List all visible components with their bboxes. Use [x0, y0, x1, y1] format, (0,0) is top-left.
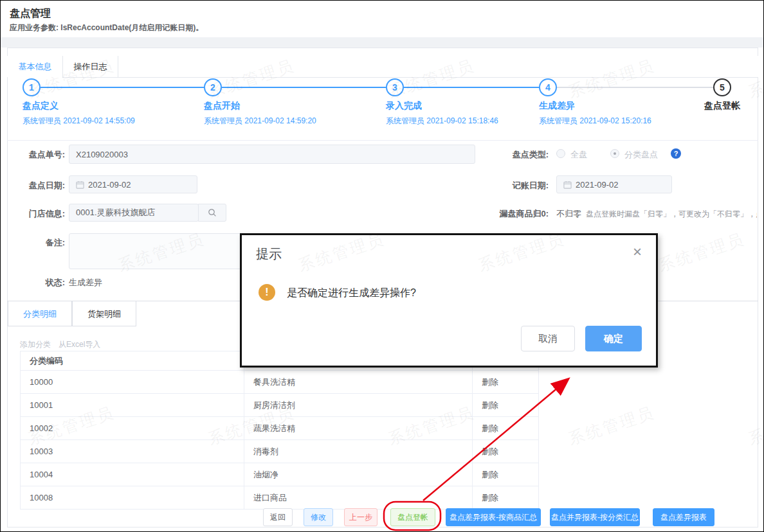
store-label: 门店信息:: [6, 208, 65, 220]
cell-name: 进口商品: [244, 486, 473, 510]
radio-category-check-label: 分类盘点: [624, 149, 658, 161]
step-5-label: 盘点登帐: [704, 100, 740, 112]
header-separator: [1, 37, 764, 48]
cell-code: 10002: [21, 417, 244, 440]
tab-operation-log[interactable]: 操作日志: [63, 56, 118, 78]
table-row: 10008 进口商品 删除: [21, 486, 539, 510]
step-3-label: 录入完成: [386, 100, 422, 112]
status-value: 生成差异: [69, 277, 102, 288]
search-icon: [208, 208, 217, 217]
step-4-meta: 系统管理员 2021-09-02 15:20:16: [539, 116, 651, 127]
confirm-button[interactable]: 确定: [585, 326, 642, 351]
step-5-circle: 5: [713, 78, 731, 96]
step-4-label: 生成差异: [539, 100, 575, 112]
section-divider: [7, 140, 758, 141]
step-3-meta: 系统管理员 2021-09-02 15:18:46: [386, 116, 498, 127]
tab-category-detail[interactable]: 分类明细: [8, 301, 72, 326]
table-row: 10003 消毒剂 删除: [21, 440, 539, 463]
calendar-icon: [76, 181, 84, 189]
report-by-product-button[interactable]: 盘点差异报表-按商品汇总: [446, 508, 541, 526]
step-1-meta: 系统管理员 2021-09-02 14:55:09: [23, 116, 135, 127]
status-label: 状态:: [6, 277, 65, 288]
missing-zero-label: 漏盘商品归0:: [478, 208, 549, 220]
delete-link[interactable]: 删除: [473, 463, 539, 486]
delete-link[interactable]: 删除: [473, 486, 539, 510]
remark-label: 备注:: [6, 237, 65, 249]
store-search-button[interactable]: [198, 204, 226, 222]
check-date-value: 2021-09-02: [88, 180, 131, 190]
delete-link[interactable]: 删除: [473, 440, 539, 463]
bill-no-value: X2109020003: [76, 150, 128, 159]
cell-name: 厨房清洁剂: [244, 394, 473, 417]
delete-link[interactable]: 删除: [473, 371, 539, 394]
app-window: 盘点管理 应用业务参数: IsRecAccountDate(月结启用记账日期)。…: [0, 0, 764, 532]
cell-code: 10000: [21, 371, 244, 394]
step-2-meta: 系统管理员 2021-09-02 14:59:20: [204, 116, 316, 127]
cell-name: 餐具洗洁精: [244, 371, 473, 394]
cell-name: 油烟净: [244, 463, 473, 486]
post-inventory-button[interactable]: 盘点登帐: [390, 508, 435, 526]
step-4-circle: 4: [539, 78, 557, 96]
store-value: 0001.灵蕨科技旗舰店: [76, 207, 156, 218]
main-tabbar: 基本信息 操作日志: [7, 56, 758, 78]
missing-zero-value: 不归零: [556, 208, 581, 220]
check-date-input: 2021-09-02: [69, 175, 197, 193]
diff-report-button[interactable]: 盘点差异报表: [653, 508, 714, 526]
close-icon[interactable]: ×: [633, 244, 642, 260]
cell-code: 10001: [21, 394, 244, 417]
account-date-label: 记账日期:: [478, 180, 549, 191]
table-row: 10002 蔬果洗洁精 删除: [21, 417, 539, 440]
tab-basic-info[interactable]: 基本信息: [8, 56, 63, 78]
account-date-input: 2021-09-02: [556, 175, 672, 193]
step-connector-2-3: [222, 87, 386, 88]
col-header-code: 分类编码: [21, 351, 244, 371]
step-1-circle: 1: [23, 78, 41, 96]
radio-full-check-label: 全盘: [570, 149, 587, 161]
store-input: 0001.灵蕨科技旗舰店: [69, 204, 199, 222]
step-3-circle: 3: [386, 78, 404, 96]
bill-no-input: X2109020003: [69, 145, 475, 164]
import-excel-link[interactable]: 从Excel导入: [59, 339, 100, 350]
dialog-message: 是否确定进行生成差异操作?: [287, 287, 416, 300]
table-row: 10000 餐具洗洁精 删除: [21, 371, 539, 394]
step-connector-3-4: [404, 87, 539, 88]
dialog-title: 提示: [256, 245, 282, 263]
missing-zero-hint: 盘点登账时漏盘「归零」，可更改为「不归零」，点: [586, 209, 757, 220]
category-table: 分类编码 10000 餐具洗洁精 删除 10001 厨房清洁剂 删除 10002…: [20, 351, 539, 510]
add-category-link[interactable]: 添加分类: [20, 339, 51, 350]
warning-icon: !: [259, 284, 275, 301]
cell-code: 10008: [21, 486, 244, 510]
help-icon[interactable]: ?: [671, 148, 681, 159]
check-type-label: 盘点类型:: [478, 149, 549, 161]
calendar-icon: [563, 181, 572, 189]
step-1-label: 盘点定义: [23, 100, 59, 112]
bill-no-label: 盘点单号:: [6, 149, 65, 161]
prev-step-button[interactable]: 上一步: [344, 508, 377, 526]
cell-code: 10004: [21, 463, 244, 486]
check-date-label: 盘点日期:: [6, 180, 65, 191]
step-2-circle: 2: [204, 78, 222, 96]
step-connector-4-5: [557, 87, 713, 88]
cancel-button[interactable]: 取消: [521, 326, 575, 351]
delete-link[interactable]: 删除: [473, 394, 539, 417]
table-row: 10004 油烟净 删除: [21, 463, 539, 486]
cell-code: 10003: [21, 440, 244, 463]
tab-shelf-detail[interactable]: 货架明细: [72, 301, 136, 326]
table-row: 10001 厨房清洁剂 删除: [21, 394, 539, 417]
confirm-dialog: 提示 × ! 是否确定进行生成差异操作? 取消 确定: [240, 233, 658, 368]
cell-name: 蔬果洗洁精: [244, 417, 473, 440]
page-subtitle: 应用业务参数: IsRecAccountDate(月结启用记账日期)。: [10, 22, 203, 33]
radio-category-check: [610, 149, 619, 158]
cell-name: 消毒剂: [244, 440, 473, 463]
delete-link[interactable]: 删除: [473, 417, 539, 440]
page-title: 盘点管理: [10, 7, 51, 21]
report-by-category-button[interactable]: 盘点并异报表-按分类汇总: [550, 508, 640, 526]
back-button[interactable]: 返回: [263, 508, 293, 526]
account-date-value: 2021-09-02: [576, 180, 619, 190]
step-connector-1-2: [41, 87, 204, 88]
radio-full-check: [556, 149, 565, 158]
modify-button[interactable]: 修改: [304, 508, 333, 526]
step-2-label: 盘点开始: [204, 100, 240, 112]
